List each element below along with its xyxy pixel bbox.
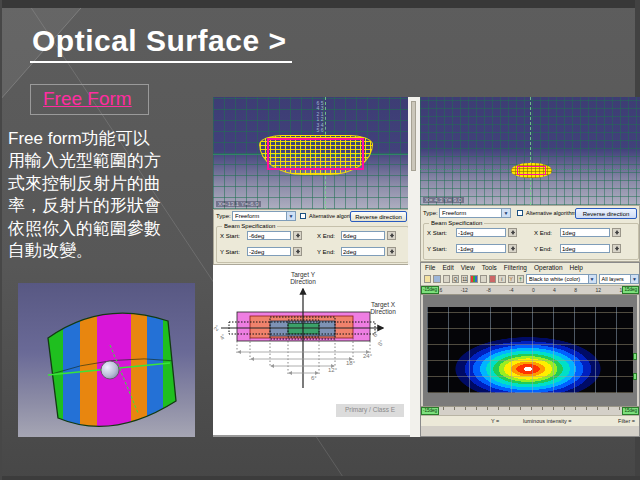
menu-filtering[interactable]: Filtering — [504, 264, 527, 272]
tick: 8 — [574, 287, 577, 293]
y-start-spinner-2[interactable] — [508, 244, 517, 253]
y-start-input-2[interactable] — [456, 244, 506, 253]
intensity-plot[interactable] — [423, 295, 637, 406]
alternative-algorithm-checkbox-2[interactable] — [517, 210, 523, 216]
save-icon[interactable] — [433, 275, 440, 283]
chevron-down-icon[interactable]: ▼ — [588, 275, 596, 283]
dim-6deg: 6° — [311, 375, 317, 381]
palette-icon[interactable] — [470, 275, 477, 283]
x-end-input-2[interactable] — [560, 228, 610, 237]
y-start-spinner[interactable] — [293, 247, 302, 256]
beam-specification-legend-2: Beam Specification — [429, 220, 484, 226]
print-icon[interactable] — [443, 275, 450, 283]
colormap-value: Black to white (color) — [529, 276, 580, 282]
y-start-label: Y Start: — [220, 249, 240, 255]
y-end-input-2[interactable] — [560, 244, 610, 253]
menu-edit[interactable]: Edit — [442, 264, 453, 272]
tick: 12 — [595, 287, 601, 293]
range-tab-bottom-right[interactable]: 15deg — [622, 407, 639, 415]
page-title: Optical Surface > — [30, 24, 292, 63]
menu-tools[interactable]: Tools — [482, 264, 497, 272]
probe-icon[interactable]: Y — [508, 275, 515, 283]
range-tab-bottom-left[interactable]: -15deg — [421, 407, 439, 415]
scrollbar[interactable] — [411, 101, 416, 171]
type-select-2-value: Freeform — [442, 210, 466, 216]
slide: Optical Surface > Free Form Free form功能可… — [0, 0, 640, 480]
zoom-icon[interactable]: Q — [452, 275, 459, 283]
menu-help[interactable]: Help — [570, 264, 583, 272]
y-start-input[interactable] — [247, 247, 291, 256]
viewport-3d-right[interactable]: X= 4.3 Y= 9.0 — [420, 97, 640, 205]
copy-icon[interactable] — [480, 275, 487, 283]
chevron-down-icon[interactable]: ▼ — [630, 275, 638, 283]
one-to-one-icon[interactable]: 11 — [461, 275, 468, 283]
beam-range-outline-small[interactable] — [517, 166, 546, 175]
beam-form-left: Type: Freeform ▼ Alternative algorithm (… — [213, 209, 410, 265]
plot-field — [427, 307, 633, 393]
x-start-spinner-2[interactable] — [508, 228, 517, 237]
dim-18deg: 18° — [346, 360, 355, 366]
y-end-label-2: Y End: — [534, 246, 552, 252]
y-end-input[interactable] — [341, 247, 385, 256]
x-start-label: X Start: — [220, 233, 240, 239]
viewport1-vertical-ruler: 6 5 4 3 2 1 1 2 3 4 5 6 — [316, 101, 324, 133]
chevron-down-icon[interactable]: ▼ — [286, 212, 295, 220]
range-tab-right[interactable]: 15deg — [622, 286, 639, 294]
x-start-input[interactable] — [247, 231, 291, 240]
cad-manipulator-sphere[interactable] — [101, 361, 119, 379]
target-diagram: Target Y Direction Target X Direction 2°… — [213, 265, 410, 437]
tick: 0 — [532, 287, 535, 293]
colormap-select[interactable]: Black to white (color) ▼ — [526, 274, 596, 284]
reverse-direction-button[interactable]: Reverse direction — [350, 211, 407, 222]
freeform-label: Free Form — [43, 88, 132, 109]
alternative-algorithm-checkbox[interactable] — [300, 213, 306, 219]
status-filter: Filter = — [618, 418, 635, 424]
type-label-2: Type: — [423, 210, 438, 216]
slide-bottom-edge — [0, 476, 640, 480]
type-select-2[interactable]: Freeform ▼ — [439, 208, 511, 218]
open-icon[interactable] — [424, 275, 431, 283]
viewport-3d-left[interactable]: 6 5 4 3 2 1 1 2 3 4 5 6 X=-13.1 Y=-6.9 — [213, 97, 410, 209]
slide-top-bar — [0, 0, 640, 8]
x-end-input[interactable] — [341, 231, 385, 240]
menu-operation[interactable]: Operation — [534, 264, 563, 272]
x-start-input-2[interactable] — [456, 228, 506, 237]
type-label: Type: — [216, 213, 231, 219]
flag-icon[interactable]: † — [517, 275, 524, 283]
tick: -8 — [486, 287, 490, 293]
range-tab-side-1[interactable] — [633, 353, 637, 360]
tick: 4 — [553, 287, 556, 293]
viewport2-vertical-axis — [530, 97, 531, 205]
x-end-spinner-2[interactable] — [612, 228, 621, 237]
slide-left-edge — [0, 0, 2, 480]
beam-range-outline[interactable] — [267, 138, 364, 170]
chevron-down-icon[interactable]: ▼ — [501, 209, 510, 217]
beam-form-right: Type: Freeform ▼ Alternative algorithm (… — [420, 205, 640, 262]
range-tab-side-2[interactable] — [633, 373, 637, 380]
layers-icon[interactable] — [489, 275, 496, 283]
dim-24deg: 24° — [363, 353, 372, 359]
status-quantity: luminous intensity = — [523, 418, 571, 424]
dim-12deg: 12° — [328, 367, 337, 373]
body-text: Free form功能可以 用輸入光型範圍的方 式來控制反射片的曲 率，反射片的… — [8, 128, 210, 263]
menu-view[interactable]: View — [461, 264, 475, 272]
x-end-label-2: X End: — [534, 230, 552, 236]
y-end-spinner[interactable] — [387, 247, 396, 256]
cursor-coordinates: X=-13.1 Y=-6.9 — [216, 201, 261, 207]
reverse-direction-button-2[interactable]: Reverse direction — [575, 208, 637, 219]
type-select-value: Freeform — [235, 213, 259, 219]
x-start-spinner[interactable] — [293, 231, 302, 240]
horizontal-ruler: -15deg -16 -12 -8 -4 0 4 8 12 16 15deg — [421, 286, 639, 295]
y-start-label-2: Y Start: — [427, 246, 447, 252]
status-bar: -15deg Y = luminous intensity = Filter =… — [421, 415, 639, 426]
info-icon[interactable]: i — [498, 275, 505, 283]
range-tab-left[interactable]: -15deg — [421, 286, 439, 294]
primary-class-e-button[interactable]: Primary / Class E — [336, 404, 404, 417]
y-end-spinner-2[interactable] — [612, 244, 621, 253]
type-select[interactable]: Freeform ▼ — [232, 211, 296, 221]
menu-file[interactable]: File — [425, 264, 435, 272]
status-y: Y = — [491, 418, 499, 424]
x-end-spinner[interactable] — [387, 231, 396, 240]
layers-select[interactable]: All layers ▼ — [599, 274, 639, 284]
x-start-label-2: X Start: — [427, 230, 447, 236]
